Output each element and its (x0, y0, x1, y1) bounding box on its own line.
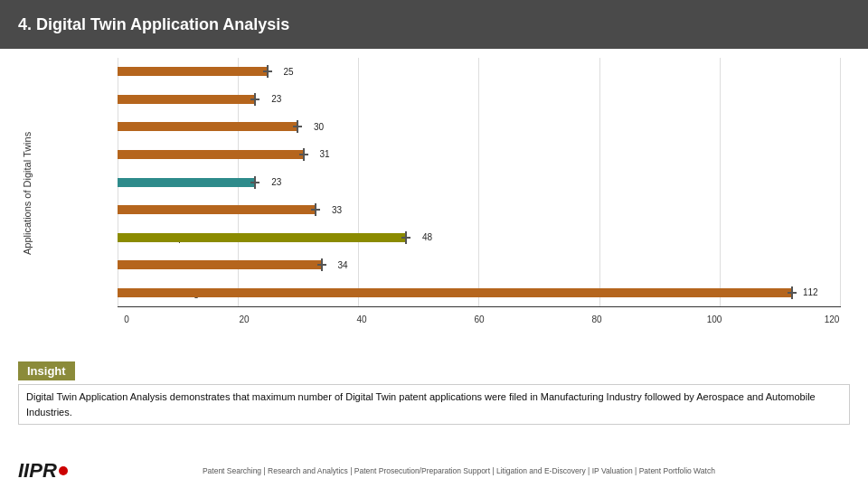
bar-row: Aerospace48 (118, 223, 841, 251)
insight-section: Insight Digital Twin Application Analysi… (0, 356, 868, 430)
x-ticks: 020406080100120 (118, 311, 841, 324)
bar: 25 (118, 67, 269, 76)
page-title: 4. Digital Twin Application Analysis (18, 15, 289, 34)
bar-row: Entertainment23 (118, 86, 841, 114)
bar-value-label: 23 (271, 94, 281, 104)
bar-whisker-h (299, 154, 308, 155)
x-tick-label: 100 (705, 314, 723, 324)
x-axis: 020406080100120 (36, 306, 850, 329)
bar-track: 30 (118, 113, 841, 141)
bar-whisker-h (311, 209, 320, 211)
chart-container: Applications of Digital Twins Others25En… (0, 49, 868, 356)
bars-area: Others25Entertainment23Wind Farm30Indust… (36, 58, 850, 306)
bar: 23 (118, 95, 256, 104)
bar-value-label: 31 (320, 149, 330, 159)
bar-row: Infrastructure23 (118, 168, 841, 196)
logo-text: IIPR (18, 459, 57, 483)
x-tick-label: 120 (823, 314, 841, 324)
bar: 23 (118, 178, 256, 187)
bar-row: Health Care33 (118, 196, 841, 224)
insight-text: Digital Twin Application Analysis demons… (18, 384, 850, 425)
x-tick-label: 80 (588, 314, 606, 324)
bar-track: 23 (118, 86, 841, 114)
x-tick-label: 20 (235, 314, 253, 324)
x-tick-label: 40 (353, 314, 371, 324)
chart-inner: Others25Entertainment23Wind Farm30Indust… (36, 58, 850, 329)
bar-track: 112 (118, 279, 841, 307)
insight-title: Insight (18, 361, 75, 380)
bar-whisker-h (263, 70, 272, 72)
bar-value-label: 34 (338, 260, 348, 270)
footer-logo: IIPR (18, 459, 68, 483)
bar-whisker-h (293, 126, 302, 127)
bar: 112 (118, 288, 793, 297)
bar-whisker-h (250, 182, 259, 183)
bar-whisker-h (250, 99, 259, 100)
bar-value-label: 112 (803, 287, 818, 297)
x-tick-label: 0 (118, 314, 136, 324)
page-header: 4. Digital Twin Application Analysis (0, 0, 868, 49)
bar-row: Automobile34 (118, 251, 841, 279)
y-axis-label: Applications of Digital Twins (18, 58, 36, 329)
bar-track: 31 (118, 141, 841, 169)
bar-track: 25 (118, 58, 841, 86)
bar-row: Manufacturing112 (118, 279, 841, 307)
chart-wrapper: Applications of Digital Twins Others25En… (18, 58, 850, 329)
bar: 31 (118, 150, 305, 159)
footer: IIPR Patent Searching | Research and Ana… (0, 459, 868, 483)
bar-whisker-h (401, 237, 410, 239)
bar-value-label: 33 (332, 205, 342, 215)
bar-track: 34 (118, 251, 841, 279)
bar-track: 33 (118, 196, 841, 224)
bar: 48 (118, 233, 407, 242)
bar-value-label: 23 (271, 177, 281, 187)
footer-links: Patent Searching | Research and Analytic… (68, 466, 850, 475)
bar: 33 (118, 205, 316, 214)
bar-track: 48 (118, 223, 841, 251)
bar: 34 (118, 260, 323, 269)
bar: 30 (118, 122, 298, 131)
x-tick-label: 60 (470, 314, 488, 324)
bar-whisker-h (317, 264, 326, 266)
bar-row: Industrial IOT31 (118, 141, 841, 169)
bar-track: 23 (118, 168, 841, 196)
bar-row: Others25 (118, 58, 841, 86)
x-axis-line (118, 306, 841, 307)
bar-value-label: 48 (422, 232, 432, 242)
bar-row: Wind Farm30 (118, 113, 841, 141)
logo-circle (59, 466, 68, 475)
bar-whisker-h (788, 292, 797, 294)
bar-value-label: 25 (284, 67, 294, 77)
bar-value-label: 30 (314, 122, 324, 132)
